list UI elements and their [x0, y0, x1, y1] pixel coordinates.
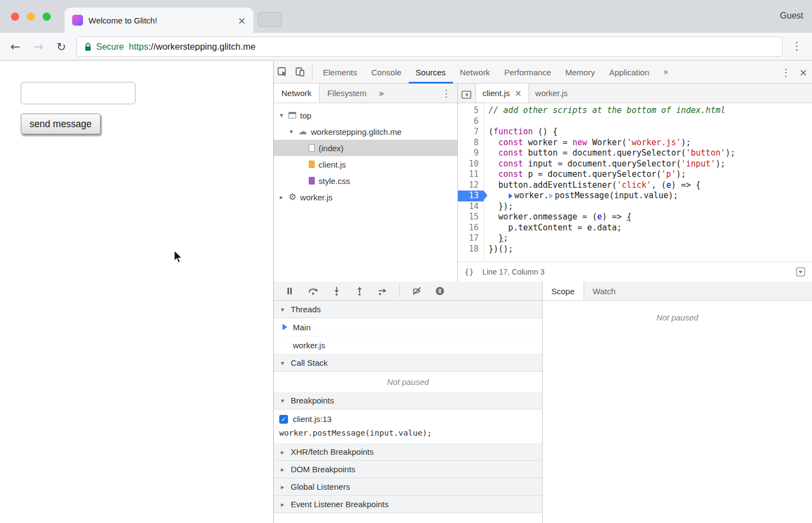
tab-preview-stub	[258, 12, 282, 27]
scope-tabs: Scope Watch	[543, 282, 812, 301]
breakpoint-checkbox[interactable]: ✓	[279, 415, 288, 424]
tree-item-worker-js[interactable]: ▸ ⚙ worker.js	[274, 189, 457, 205]
deactivate-breakpoints-icon[interactable]	[412, 286, 422, 296]
navigator-tab-filesystem[interactable]: Filesystem	[320, 84, 374, 103]
devtools-close-icon[interactable]: ×	[795, 61, 812, 84]
gear-icon: ⚙	[289, 193, 296, 201]
toggle-sidebar-icon[interactable]	[796, 267, 805, 277]
tab-network[interactable]: Network	[453, 61, 497, 84]
devtools-menu-icon[interactable]: ⋮	[777, 61, 795, 84]
tab-performance[interactable]: Performance	[497, 61, 558, 84]
zoom-window-button[interactable]	[43, 13, 51, 21]
line-number[interactable]: 5	[458, 105, 484, 116]
line-number[interactable]: 7	[458, 127, 484, 138]
editor-tabs: client.js × worker.js	[458, 84, 812, 103]
back-button[interactable]: ←	[8, 39, 23, 55]
line-number[interactable]: 11	[458, 169, 484, 180]
address-bar[interactable]: Secure https://workerstepping.glitch.me	[77, 37, 782, 57]
line-number[interactable]: 9	[458, 148, 484, 159]
chevron-down-icon: ▾	[279, 306, 286, 313]
tab-watch[interactable]: Watch	[584, 282, 625, 300]
inspect-element-icon[interactable]	[274, 61, 291, 84]
line-number[interactable]: 6	[458, 116, 484, 127]
tab-sources[interactable]: Sources	[409, 61, 453, 84]
pause-script-icon[interactable]	[285, 286, 295, 296]
chevron-down-icon[interactable]: ▾	[278, 111, 285, 119]
navigator-more-tabs-icon[interactable]: »	[374, 84, 389, 103]
breakpoints-section-header[interactable]: ▾ Breakpoints	[274, 392, 542, 409]
breakpoint-entry[interactable]: ✓ client.js:13 worker.postMessage(input.…	[274, 409, 542, 443]
step-out-icon[interactable]	[355, 286, 364, 296]
sources-navigator: Network Filesystem » ⋮ ▾ top ▾ ☁ workers…	[274, 84, 458, 282]
thread-worker[interactable]: worker.js	[274, 336, 542, 354]
tab-scope[interactable]: Scope	[543, 282, 584, 300]
inline-breakpoint-marker-icon[interactable]	[509, 193, 513, 199]
chevron-right-icon: ▸	[279, 466, 286, 473]
toggle-navigator-icon[interactable]	[458, 84, 475, 106]
xhr-breakpoints-section-header[interactable]: ▸ XHR/fetch Breakpoints	[274, 443, 542, 461]
step-over-icon[interactable]	[308, 286, 319, 296]
line-number[interactable]: 16	[458, 223, 484, 234]
inline-breakpoint-candidate-icon[interactable]	[549, 193, 553, 199]
tree-item-client-js[interactable]: client.js	[274, 156, 457, 173]
chevron-right-icon: ▸	[279, 448, 286, 456]
profile-name[interactable]: Guest	[780, 11, 803, 21]
minimize-window-button[interactable]	[27, 13, 35, 21]
secure-label: Secure	[96, 42, 124, 52]
reload-button[interactable]: ↻	[54, 39, 69, 55]
step-into-icon[interactable]	[332, 286, 342, 296]
device-toolbar-icon[interactable]	[291, 61, 309, 84]
tree-item-top[interactable]: ▾ top	[274, 107, 457, 123]
browser-menu-icon[interactable]: ⋮	[790, 39, 803, 52]
event-listener-breakpoints-section-header[interactable]: ▸ Event Listener Breakpoints	[274, 496, 542, 513]
line-number[interactable]: 10	[458, 159, 484, 170]
line-number[interactable]: 14	[458, 201, 484, 212]
dom-breakpoints-section-header[interactable]: ▸ DOM Breakpoints	[274, 461, 542, 478]
forward-button[interactable]: →	[31, 39, 46, 55]
css-file-icon	[309, 177, 315, 185]
code-line: (function () {	[489, 127, 812, 138]
threads-section-header[interactable]: ▾ Threads	[274, 301, 542, 318]
message-input[interactable]	[21, 82, 136, 104]
line-number[interactable]: 8	[458, 138, 484, 148]
editor-tab-client-js[interactable]: client.js ×	[475, 84, 529, 103]
chevron-right-icon[interactable]: ▸	[278, 193, 285, 201]
line-number-gutter[interactable]: 56789101112131415161718	[458, 103, 484, 262]
line-number[interactable]: 15	[458, 212, 484, 223]
code-lines[interactable]: // add other scripts at the bottom of in…	[484, 103, 812, 262]
pause-on-exceptions-icon[interactable]	[435, 286, 445, 296]
tab-close-icon[interactable]: ×	[238, 15, 246, 26]
browser-tab[interactable]: Welcome to Glitch! ×	[64, 8, 254, 33]
global-listeners-section-header[interactable]: ▸ Global Listeners	[274, 478, 542, 496]
call-stack-placeholder: Not paused	[274, 372, 542, 392]
editor-tab-worker-js[interactable]: worker.js	[529, 84, 574, 103]
more-tabs-icon[interactable]: »	[656, 61, 675, 84]
line-number[interactable]: 12	[458, 180, 484, 191]
section-label: DOM Breakpoints	[291, 465, 355, 474]
close-window-button[interactable]	[11, 13, 19, 21]
tab-application[interactable]: Application	[602, 61, 656, 84]
tab-memory[interactable]: Memory	[558, 61, 602, 84]
chevron-down-icon[interactable]: ▾	[288, 128, 295, 135]
breakpoint-line-number[interactable]: 13	[458, 191, 484, 201]
tab-console[interactable]: Console	[364, 61, 409, 84]
step-icon[interactable]	[378, 286, 387, 296]
lock-icon	[85, 43, 91, 51]
call-stack-section-header[interactable]: ▾ Call Stack	[274, 354, 542, 372]
tab-strip: Welcome to Glitch! × Guest	[0, 0, 812, 33]
tree-item-index[interactable]: (index)	[274, 140, 457, 156]
send-message-button[interactable]: send message	[21, 114, 101, 134]
close-tab-icon[interactable]: ×	[515, 88, 522, 98]
section-label: Global Listeners	[291, 482, 350, 491]
tree-item-style-css[interactable]: style.css	[274, 173, 457, 189]
line-number[interactable]: 18	[458, 244, 484, 255]
glitch-favicon-icon	[72, 15, 83, 26]
code-editor[interactable]: 56789101112131415161718 // add other scr…	[458, 103, 812, 262]
tree-item-domain[interactable]: ▾ ☁ workerstepping.glitch.me	[274, 123, 457, 140]
navigator-menu-icon[interactable]: ⋮	[435, 84, 457, 103]
navigator-tab-network[interactable]: Network	[274, 84, 320, 103]
pretty-print-icon[interactable]: {}	[464, 268, 474, 276]
tab-elements[interactable]: Elements	[316, 61, 364, 84]
thread-main[interactable]: Main	[274, 318, 542, 336]
line-number[interactable]: 17	[458, 233, 484, 244]
